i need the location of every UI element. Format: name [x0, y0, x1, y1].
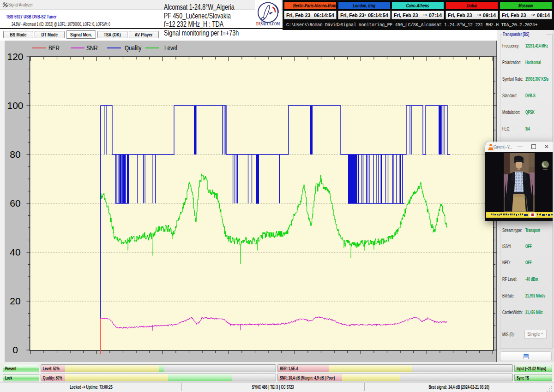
svg-text:100: 100 — [7, 100, 23, 111]
svg-text:120: 120 — [7, 51, 23, 62]
svg-text:40: 40 — [10, 247, 20, 257]
svg-text:80: 80 — [10, 149, 20, 160]
svg-text:20: 20 — [10, 296, 20, 306]
svg-text:0: 0 — [12, 344, 18, 355]
svg-text:60: 60 — [10, 198, 20, 208]
